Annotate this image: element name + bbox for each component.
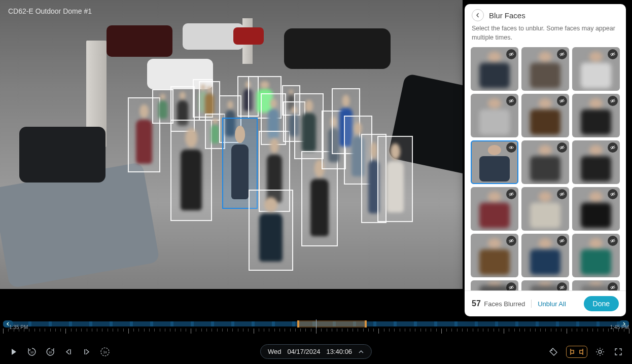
face-tile[interactable]	[521, 234, 569, 277]
tag-button[interactable]	[548, 346, 559, 357]
svg-line-5	[611, 52, 615, 56]
svg-line-32	[560, 285, 564, 289]
video-feed	[0, 0, 463, 289]
svg-line-18	[509, 192, 513, 196]
detection-box[interactable]	[249, 190, 293, 271]
face-tile[interactable]	[471, 47, 518, 91]
scene-car	[233, 27, 264, 45]
svg-line-30	[509, 285, 513, 289]
frame-forward-button[interactable]	[81, 346, 92, 357]
eye-off-icon[interactable]	[608, 142, 618, 153]
face-tile[interactable]	[471, 187, 518, 231]
settings-button[interactable]	[594, 346, 606, 357]
svg-line-9	[560, 99, 564, 103]
svg-line-7	[509, 99, 513, 103]
detection-box[interactable]	[294, 93, 324, 159]
svg-text:10: 10	[30, 351, 34, 354]
clip-range[interactable]	[297, 320, 367, 327]
datetime-chip[interactable]: Wed 04/17/2024 13:40:06	[260, 344, 372, 359]
face-tile[interactable]	[471, 94, 518, 137]
datetime-time: 13:40:06	[326, 348, 352, 355]
speed-button[interactable]: 1x	[99, 346, 111, 357]
blur-count-number: 57	[472, 299, 481, 308]
timeline-end-label: 1:45 PM	[610, 324, 629, 330]
face-tile[interactable]	[471, 280, 518, 290]
svg-line-34	[611, 285, 615, 289]
timeline-ruler	[3, 329, 629, 338]
face-tile[interactable]	[521, 280, 569, 290]
svg-text:1x: 1x	[103, 350, 107, 354]
svg-line-11	[611, 99, 615, 103]
eye-off-icon[interactable]	[557, 49, 567, 59]
player-controls: 10 10 1x Wed 04/17/2024 13:40:06	[0, 340, 632, 364]
svg-line-24	[509, 239, 513, 243]
face-tile[interactable]	[521, 94, 569, 137]
frame-back-button[interactable]	[63, 346, 74, 357]
clip-trim-control[interactable]	[566, 346, 587, 358]
scene-car	[19, 127, 106, 183]
face-tile[interactable]	[572, 140, 620, 184]
scene-car	[284, 28, 391, 69]
scene-car	[107, 25, 172, 57]
eye-off-icon[interactable]	[608, 282, 618, 290]
eye-off-icon[interactable]	[506, 189, 516, 199]
svg-line-22	[611, 192, 615, 196]
chevron-up-icon	[358, 349, 364, 355]
svg-text:10: 10	[49, 351, 52, 354]
faces-scroll[interactable]	[465, 47, 626, 290]
blur-count-label: Faces Blurred	[484, 300, 525, 308]
blur-count: 57 Faces Blurred	[472, 299, 525, 308]
svg-line-3	[560, 52, 564, 56]
camera-title: CD62-E Outdoor Dome #1	[8, 7, 92, 15]
playhead[interactable]	[316, 319, 317, 329]
detection-box[interactable]	[377, 136, 413, 222]
face-tile[interactable]	[521, 140, 569, 184]
eye-off-icon[interactable]	[608, 49, 618, 59]
eye-off-icon[interactable]	[557, 189, 567, 199]
eye-off-icon[interactable]	[557, 236, 567, 246]
eye-off-icon[interactable]	[506, 282, 516, 290]
face-tile[interactable]	[572, 187, 620, 231]
face-tile[interactable]	[572, 280, 620, 290]
eye-off-icon[interactable]	[506, 96, 516, 106]
face-tile[interactable]	[572, 47, 620, 91]
svg-point-42	[599, 350, 602, 353]
eye-off-icon[interactable]	[557, 282, 567, 290]
face-tile[interactable]	[572, 234, 620, 277]
panel-subtitle: Select the faces to unblur. Some faces m…	[465, 24, 626, 47]
svg-line-28	[611, 239, 615, 243]
svg-point-41	[551, 350, 552, 351]
face-tile[interactable]	[521, 47, 569, 91]
svg-line-1	[509, 52, 513, 56]
back-button[interactable]	[472, 9, 484, 21]
eye-off-icon[interactable]	[557, 96, 567, 106]
eye-off-icon[interactable]	[506, 49, 516, 59]
datetime-day: Wed	[268, 348, 282, 355]
fullscreen-button[interactable]	[613, 346, 624, 357]
face-tile[interactable]	[521, 187, 569, 231]
done-button[interactable]: Done	[584, 296, 619, 311]
svg-point-12	[511, 147, 512, 149]
timeline-start-label: 1:35 PM	[9, 324, 28, 330]
face-tile[interactable]	[572, 94, 620, 137]
forward-10-button[interactable]: 10	[45, 346, 56, 357]
eye-icon[interactable]	[506, 142, 516, 153]
separator	[531, 300, 532, 308]
trim-out-icon	[578, 347, 585, 356]
face-tile[interactable]	[471, 140, 518, 184]
face-tile[interactable]	[471, 234, 518, 277]
eye-off-icon[interactable]	[506, 236, 516, 246]
eye-off-icon[interactable]	[608, 96, 618, 106]
timeline[interactable]: 1:35 PM 1:45 PM	[0, 320, 632, 340]
eye-off-icon[interactable]	[608, 236, 618, 246]
eye-off-icon[interactable]	[608, 189, 618, 199]
svg-line-16	[611, 145, 615, 150]
trim-in-icon	[569, 347, 576, 356]
rewind-10-button[interactable]: 10	[26, 346, 38, 357]
play-button[interactable]	[8, 346, 19, 357]
eye-off-icon[interactable]	[557, 142, 567, 153]
unblur-all-button[interactable]: Unblur All	[538, 300, 566, 308]
panel-title: Blur Faces	[489, 11, 525, 20]
svg-line-20	[560, 192, 564, 196]
blur-faces-panel: Blur Faces Select the faces to unblur. S…	[465, 4, 626, 316]
